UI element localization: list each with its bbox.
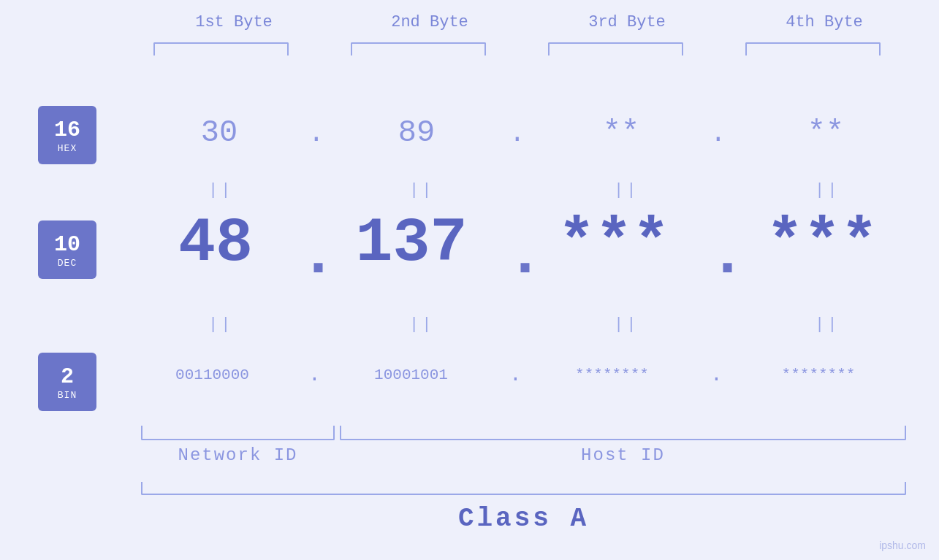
bin-badge-number: 2 (61, 364, 74, 390)
hex-b4: ** (786, 115, 866, 150)
hex-badge: 16 HEX (38, 106, 96, 164)
byte3-top-bracket (548, 42, 683, 55)
byte1-top-bracket (153, 42, 289, 55)
bin-dot2: . (509, 364, 522, 386)
network-id-label: Network ID (141, 445, 335, 465)
hex-dot2: . (509, 119, 525, 149)
hex-b2: 89 (376, 115, 457, 150)
hex-dot3: . (710, 119, 726, 149)
dec-dot2: . (506, 241, 544, 272)
dec-badge-label: DEC (58, 258, 77, 269)
hex-badge-number: 16 (54, 117, 80, 143)
eq2-b3: || (614, 315, 639, 334)
dec-b1: 48 (161, 208, 270, 279)
dec-b4: *** (749, 208, 895, 279)
eq1-b3: || (614, 181, 639, 199)
eq2-b2: || (409, 315, 434, 334)
host-id-bracket (340, 426, 906, 440)
byte4-header: 4th Byte (733, 13, 916, 31)
dec-b3: *** (541, 208, 687, 279)
dec-badge-number: 10 (54, 231, 80, 258)
eq1-b2: || (409, 181, 434, 199)
class-bracket (141, 482, 906, 495)
bin-badge: 2 BIN (38, 353, 96, 411)
hex-b1: 30 (179, 115, 259, 150)
hex-b3: ** (581, 115, 661, 150)
bin-b1: 00110000 (141, 367, 284, 383)
byte3-header: 3rd Byte (536, 13, 718, 31)
bin-dot1: . (308, 364, 321, 386)
dec-dot3: . (709, 241, 746, 272)
eq2-b1: || (208, 315, 233, 334)
watermark: ipshu.com (879, 540, 926, 551)
eq1-b4: || (815, 181, 840, 199)
byte2-top-bracket (351, 42, 486, 55)
eq1-b1: || (208, 181, 233, 199)
bin-badge-label: BIN (58, 390, 77, 401)
dec-badge: 10 DEC (38, 220, 96, 279)
bin-b3: ******** (537, 367, 687, 383)
host-id-label: Host ID (486, 445, 760, 465)
dec-b2: 137 (346, 208, 477, 279)
byte1-header: 1st Byte (142, 13, 325, 31)
hex-dot1: . (308, 119, 324, 149)
bin-dot3: . (710, 364, 723, 386)
bin-b4: ******** (738, 367, 899, 383)
dec-dot1: . (300, 241, 337, 272)
bin-b2: 10001001 (340, 367, 482, 383)
eq2-b4: || (815, 315, 840, 334)
byte4-top-bracket (745, 42, 881, 55)
byte2-header: 2nd Byte (338, 13, 521, 31)
hex-badge-label: HEX (58, 143, 77, 154)
network-id-bracket (141, 426, 335, 440)
page-container: 1st Byte 2nd Byte 3rd Byte 4th Byte 16 H… (0, 0, 939, 560)
class-label: Class A (141, 504, 906, 534)
